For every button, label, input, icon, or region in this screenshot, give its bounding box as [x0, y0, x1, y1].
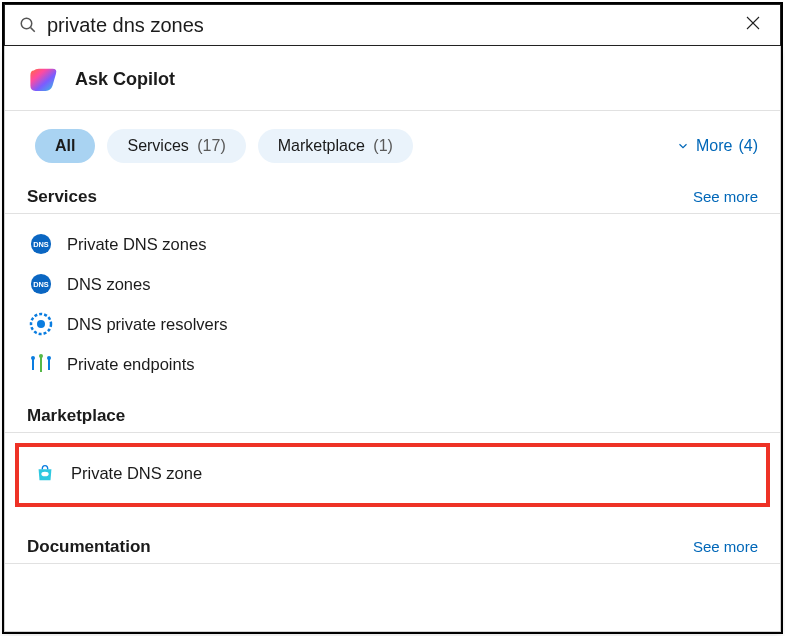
svg-point-10 [31, 356, 35, 360]
more-label: More [696, 137, 732, 155]
svg-point-13 [41, 472, 48, 477]
result-label: Private DNS zone [71, 464, 202, 483]
section-documentation: Documentation See more [5, 537, 780, 574]
pill-label: All [55, 137, 75, 154]
dns-zone-icon: DNS [29, 232, 53, 256]
result-label: DNS private resolvers [67, 315, 227, 334]
search-input[interactable] [47, 12, 730, 39]
dns-zone-icon: DNS [29, 272, 53, 296]
private-endpoint-icon [29, 352, 53, 376]
see-more-link[interactable]: See more [693, 538, 758, 555]
filter-more-link[interactable]: More (4) [676, 137, 758, 155]
search-icon [19, 16, 37, 34]
section-title: Marketplace [27, 406, 758, 426]
section-heading: Services See more [5, 187, 780, 214]
svg-text:DNS: DNS [33, 240, 49, 249]
section-marketplace: Marketplace Private DNS zone [5, 406, 780, 515]
copilot-label: Ask Copilot [75, 69, 175, 90]
svg-point-12 [47, 356, 51, 360]
pill-count: (17) [197, 137, 225, 154]
see-more-link[interactable]: See more [693, 188, 758, 205]
pill-label: Services [127, 137, 188, 154]
copilot-icon [27, 62, 61, 96]
marketplace-bag-icon [33, 461, 57, 485]
filter-pills-row: All Services (17) Marketplace (1) More (… [5, 111, 780, 181]
more-count: (4) [738, 137, 758, 155]
section-title: Documentation [27, 537, 693, 557]
result-label: Private endpoints [67, 355, 195, 374]
pill-label: Marketplace [278, 137, 365, 154]
svg-point-0 [21, 18, 32, 29]
ask-copilot-row[interactable]: Ask Copilot [5, 46, 780, 111]
section-services: Services See more DNS Private DNS zones … [5, 187, 780, 384]
search-dropdown: Ask Copilot All Services (17) Marketplac… [4, 46, 781, 632]
svg-text:DNS: DNS [33, 280, 49, 289]
filter-pill-all[interactable]: All [35, 129, 95, 163]
close-icon[interactable] [740, 10, 766, 40]
section-title: Services [27, 187, 693, 207]
search-bar [4, 4, 781, 46]
result-private-dns-zone-marketplace[interactable]: Private DNS zone [19, 453, 766, 493]
svg-line-1 [31, 28, 35, 32]
pill-count: (1) [373, 137, 393, 154]
result-private-dns-zones[interactable]: DNS Private DNS zones [5, 224, 780, 264]
highlighted-result: Private DNS zone [15, 443, 770, 507]
filter-pill-services[interactable]: Services (17) [107, 129, 245, 163]
result-private-endpoints[interactable]: Private endpoints [5, 344, 780, 384]
result-label: Private DNS zones [67, 235, 206, 254]
result-dns-zones[interactable]: DNS DNS zones [5, 264, 780, 304]
chevron-down-icon [676, 139, 690, 153]
dns-resolver-icon [29, 312, 53, 336]
svg-point-11 [39, 354, 43, 358]
section-heading: Marketplace [5, 406, 780, 433]
section-heading: Documentation See more [5, 537, 780, 564]
result-dns-private-resolvers[interactable]: DNS private resolvers [5, 304, 780, 344]
svg-point-9 [37, 320, 45, 328]
result-label: DNS zones [67, 275, 150, 294]
filter-pill-marketplace[interactable]: Marketplace (1) [258, 129, 413, 163]
